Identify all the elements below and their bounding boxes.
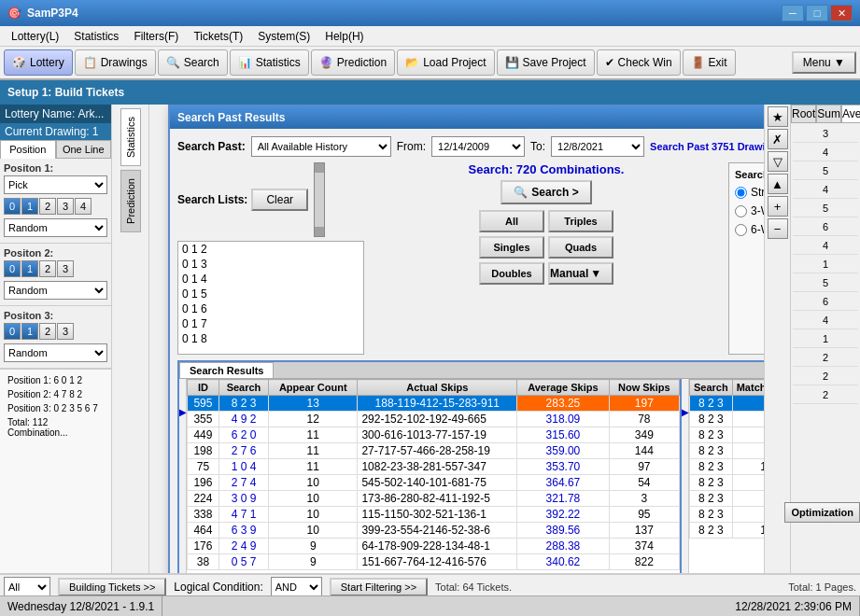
type-btn-triples[interactable]: Triples [548, 210, 613, 232]
pos3-num-1[interactable]: 1 [21, 323, 38, 340]
toolbar-check-win[interactable]: ✔ Check Win [597, 49, 681, 76]
stat-num-8[interactable]: 1 [793, 256, 858, 273]
rcol-match-date[interactable]: Match Drawings Date [732, 380, 764, 396]
stats-tab-statistics[interactable]: Statistics [120, 108, 141, 166]
stat-num-7[interactable]: 4 [793, 237, 858, 255]
stat-num-9[interactable]: 5 [793, 274, 858, 292]
table-row[interactable]: 8 2 32/14/20158 2 3Straight [690, 491, 765, 507]
toolbar-load-project[interactable]: 📂 Load Project [397, 49, 494, 76]
stat-num-4[interactable]: 4 [793, 181, 858, 199]
icon-btn-up[interactable]: ▲ [768, 174, 788, 194]
rsp-tab-root[interactable]: Root [791, 105, 816, 123]
table-row[interactable]: 4646 3 910399-23-554-2146-52-38-6389.561… [188, 523, 680, 539]
menu-lottery[interactable]: Lottery(L) [4, 28, 66, 45]
toolbar-statistics[interactable]: 📊 Statistics [230, 49, 309, 76]
menu-statistics[interactable]: Statistics [66, 28, 126, 45]
radio-6way-box[interactable]: 6-Way Box [735, 223, 764, 236]
pos3-num-2[interactable]: 2 [39, 323, 56, 340]
tab-one-line[interactable]: One Line [56, 140, 112, 159]
icon-btn-star[interactable]: ★ [768, 106, 788, 127]
table-row[interactable]: 751 0 4111082-23-38-281-557-347353.7097 [188, 459, 680, 475]
minimize-button[interactable]: ─ [782, 5, 804, 21]
pos1-num-4[interactable]: 4 [75, 198, 92, 215]
toolbar-search[interactable]: 🔍 Search [158, 49, 228, 76]
table-row[interactable]: 5958 2 313188-119-412-15-283-911283.2519… [188, 396, 680, 412]
search-lists-content[interactable]: 0 1 2 0 1 3 0 1 4 0 1 5 0 1 6 0 1 7 0 1 … [178, 242, 363, 354]
col-now-skips[interactable]: Now Skips [609, 380, 679, 396]
type-btn-singles[interactable]: Singles [479, 236, 544, 259]
table-row[interactable]: 8 2 34/27/20208 2 3Straight [690, 427, 765, 443]
menu-system[interactable]: System(S) [250, 28, 317, 45]
table-row[interactable]: 1762 4 9964-178-909-228-134-48-1288.3837… [188, 539, 680, 554]
toolbar-lottery[interactable]: 🎲 Lottery [4, 49, 73, 76]
pos1-num-2[interactable]: 2 [39, 198, 56, 215]
pos2-num-2[interactable]: 2 [39, 260, 56, 277]
icon-btn-down[interactable]: ▽ [768, 151, 788, 172]
table-row[interactable]: 3554 9 212292-152-102-192-49-665318.0978 [188, 412, 680, 427]
pos2-num-0[interactable]: 0 [4, 260, 21, 277]
right-table-scroll[interactable]: Search Match Drawings Date Drawings Matc… [689, 379, 764, 573]
radio-3way-box[interactable]: 3-Way Box [735, 204, 764, 217]
stat-num-6[interactable]: 6 [793, 218, 858, 236]
col-appear[interactable]: Appear Count [269, 380, 358, 396]
list-scrollbar[interactable] [314, 162, 325, 237]
type-btn-manual[interactable]: Manual ▼ [548, 262, 613, 285]
table-row[interactable]: 3384 7 110115-1150-302-521-136-1392.2295 [188, 507, 680, 523]
pos1-num-0[interactable]: 0 [4, 198, 21, 215]
tab-position[interactable]: Position [0, 140, 56, 159]
left-table-scroll[interactable]: ID Search Appear Count Actual Skips Aver… [187, 379, 680, 573]
stat-num-10[interactable]: 6 [793, 293, 858, 311]
optimization-button[interactable]: Optimization [784, 502, 860, 523]
table-row[interactable]: 4496 2 011300-616-1013-77-157-19315.6034… [188, 427, 680, 443]
rsp-tab-average[interactable]: Average [841, 105, 860, 123]
menu-help[interactable]: Help(H) [317, 28, 371, 45]
table-row[interactable]: 8 2 312/28/20138 2 3Straight [690, 523, 765, 539]
type-btn-doubles[interactable]: Doubles [479, 262, 544, 285]
from-date-dropdown[interactable]: 12/14/2009 [431, 136, 525, 157]
stat-num-3[interactable]: 5 [793, 162, 858, 180]
logical-condition-dropdown[interactable]: AND [271, 577, 322, 597]
stat-num-11[interactable]: 4 [793, 312, 858, 329]
table-row[interactable]: 8 2 39/14/20208 2 3Straight [690, 412, 765, 427]
stat-num-13[interactable]: 2 [793, 349, 858, 367]
type-btn-all[interactable]: All [479, 210, 544, 232]
col-search[interactable]: Search [219, 380, 268, 396]
list-item[interactable]: 0 1 5 [178, 287, 363, 301]
stat-num-14[interactable]: 2 [793, 368, 858, 385]
menu-button[interactable]: Menu ▼ [792, 51, 856, 74]
stat-num-5[interactable]: 5 [793, 200, 858, 217]
close-button[interactable]: ✕ [830, 5, 853, 21]
toolbar-exit[interactable]: 🚪 Exit [683, 49, 736, 76]
table-row[interactable]: 2243 0 910173-86-280-82-411-192-5321.783 [188, 491, 680, 507]
rsp-tab-sum[interactable]: Sum [816, 105, 841, 123]
list-item[interactable]: 0 1 3 [178, 257, 363, 272]
stat-num-12[interactable]: 1 [793, 330, 858, 348]
toolbar-save-project[interactable]: 💾 Save Project [497, 49, 595, 76]
radio-straight[interactable]: Straight [735, 186, 764, 199]
pos3-num-3[interactable]: 3 [57, 323, 74, 340]
position-3-random[interactable]: Random [4, 343, 107, 362]
icon-btn-minus[interactable]: − [768, 218, 788, 239]
pos3-num-0[interactable]: 0 [4, 323, 21, 340]
to-date-dropdown[interactable]: 12/8/2021 [551, 136, 644, 157]
table-row[interactable]: 8 2 36/11/20148 2 3Straight [690, 507, 765, 523]
clear-button[interactable]: Clear [251, 189, 308, 211]
table-row[interactable]: 8 2 34/22/20218 2 3Straight [690, 396, 765, 412]
icon-btn-plus[interactable]: + [768, 196, 788, 217]
all-dropdown[interactable]: All [4, 577, 50, 597]
icon-btn-x[interactable]: ✗ [768, 129, 788, 149]
pos1-num-1[interactable]: 1 [21, 198, 38, 215]
rcol-search[interactable]: Search [690, 380, 733, 396]
list-item[interactable]: 0 1 2 [178, 242, 363, 257]
pos2-num-1[interactable]: 1 [21, 260, 38, 277]
menu-tickets[interactable]: Tickets(T) [186, 28, 250, 45]
table-row[interactable]: 380 5 79151-667-764-12-416-576340.62822 [188, 554, 680, 570]
list-item[interactable]: 0 1 4 [178, 272, 363, 287]
position-1-random[interactable]: Random [4, 218, 107, 237]
type-btn-quads[interactable]: Quads [548, 236, 613, 259]
col-skips[interactable]: Actual Skips [358, 380, 517, 396]
table-row[interactable]: 1982 7 61127-717-57-466-28-258-19359.001… [188, 443, 680, 459]
stat-num-1[interactable]: 3 [793, 125, 858, 143]
position-1-type[interactable]: PickAll [4, 175, 107, 194]
table-row[interactable]: 8 2 31/15/20188 2 3Straight [690, 475, 765, 491]
